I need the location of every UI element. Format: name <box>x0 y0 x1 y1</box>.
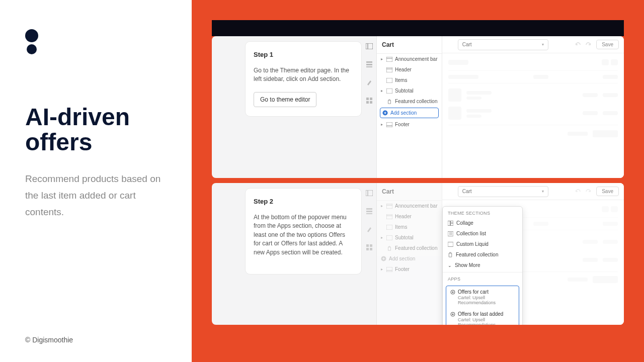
preview-pane: Cart ▾ Save <box>442 183 624 325</box>
popover-item-custom-liquid[interactable]: Custom Liquid <box>443 239 522 249</box>
step-card-1: Step 1 Go to the Theme editor page. In t… <box>245 41 362 117</box>
chevron-down-icon: ▾ <box>542 189 544 194</box>
chevron-right-icon: ▸ <box>381 122 384 127</box>
svg-rect-28 <box>370 248 372 250</box>
editor-left-toolbar <box>362 183 377 325</box>
section-label: Items <box>395 77 407 83</box>
section-item-announcement[interactable]: ▸ Announcement bar <box>377 201 442 211</box>
section-label: Header <box>395 67 412 72</box>
bag-icon <box>448 252 453 257</box>
svg-rect-3 <box>366 64 372 65</box>
preview-pane: Cart ▾ Save <box>442 36 624 178</box>
svg-rect-23 <box>366 211 372 212</box>
svg-rect-38 <box>386 267 392 272</box>
top-bar <box>212 20 624 36</box>
section-item-announcement[interactable]: ▸ Announcement bar <box>377 54 442 64</box>
list-icon <box>448 231 453 236</box>
editor-left-toolbar <box>362 36 377 178</box>
svg-rect-26 <box>370 244 372 247</box>
svg-point-50 <box>452 313 454 315</box>
section-item-featured[interactable]: Featured collection <box>377 96 442 107</box>
section-item-subtotal[interactable]: ▸ Subtotal <box>377 85 442 96</box>
go-to-theme-editor-button[interactable]: Go to theme editor <box>254 92 316 107</box>
brush-icon[interactable] <box>366 78 372 87</box>
popover-app-offers-last[interactable]: Offers for last added Cartel: Upsell Rec… <box>446 308 519 325</box>
svg-rect-14 <box>386 88 392 94</box>
section-label: Subtotal <box>395 88 414 94</box>
svg-rect-5 <box>366 98 369 100</box>
popover-item-collection-list[interactable]: Collection list <box>443 228 522 239</box>
chevron-down-icon: ▾ <box>542 42 544 47</box>
svg-rect-25 <box>366 244 369 247</box>
section-item-header[interactable]: Header <box>377 64 442 75</box>
add-section-button[interactable]: Add section <box>377 253 442 264</box>
page-subtitle: Recommend products based on the last ite… <box>25 170 167 221</box>
popover-item-collage[interactable]: Collage <box>443 218 522 228</box>
svg-rect-22 <box>366 208 372 210</box>
copyright-text: © Digismoothie <box>25 336 73 344</box>
add-section-label: Add section <box>390 110 417 116</box>
sidebar-toggle-icon[interactable] <box>366 42 373 51</box>
brand-logo <box>25 29 167 54</box>
section-item-header[interactable]: Header <box>377 211 442 222</box>
svg-rect-43 <box>448 231 453 236</box>
section-item-footer[interactable]: ▸ Footer <box>377 264 442 275</box>
undo-icon[interactable] <box>574 41 581 48</box>
section-item-items[interactable]: Items <box>377 75 442 85</box>
brush-icon[interactable] <box>366 225 372 234</box>
svg-rect-40 <box>448 221 450 225</box>
svg-rect-9 <box>386 57 392 62</box>
section-icon <box>386 88 392 94</box>
step-description: At the bottom of the popover menu from t… <box>254 213 353 257</box>
template-dropdown[interactable]: Cart ▾ <box>458 39 548 50</box>
svg-rect-33 <box>386 225 392 230</box>
popover-item-featured[interactable]: Featured collection <box>443 249 522 260</box>
app-icon <box>450 290 455 295</box>
add-section-button[interactable]: Add section <box>380 108 439 118</box>
sidebar-toggle-icon[interactable] <box>366 189 373 198</box>
popover-app-offers-cart[interactable]: Offers for cart Cartel: Upsell Recommend… <box>446 286 519 308</box>
svg-rect-7 <box>366 101 369 104</box>
section-item-subtotal[interactable]: ▸ Subtotal <box>377 232 442 243</box>
sections-panel: Cart ▸ Announcement bar Header <box>377 36 442 178</box>
svg-rect-8 <box>370 101 372 104</box>
plus-circle-icon <box>382 110 388 116</box>
apps-icon[interactable] <box>366 97 372 106</box>
svg-rect-13 <box>386 78 392 83</box>
section-item-footer[interactable]: ▸ Footer <box>377 119 442 130</box>
apps-icon[interactable] <box>366 243 372 252</box>
svg-rect-46 <box>448 242 453 246</box>
sections-icon[interactable] <box>366 207 372 216</box>
logo-dot-icon <box>27 44 37 54</box>
chevron-right-icon: ▸ <box>381 88 384 93</box>
add-section-popover: THEME SECTIONS Collage Collection list <box>442 206 523 325</box>
svg-rect-42 <box>451 223 454 226</box>
section-icon <box>386 122 392 127</box>
redo-icon[interactable] <box>585 41 592 48</box>
template-dropdown[interactable]: Cart ▾ <box>458 186 548 197</box>
sections-icon[interactable] <box>366 60 372 69</box>
svg-rect-34 <box>386 235 392 240</box>
svg-rect-29 <box>386 204 392 209</box>
section-item-items[interactable]: Items <box>377 222 442 232</box>
left-column: AI-driven offers Recommend products base… <box>0 0 192 362</box>
dropdown-value: Cart <box>462 42 472 47</box>
dropdown-value: Cart <box>462 189 472 194</box>
step-card-2: Step 2 At the bottom of the popover menu… <box>245 188 362 275</box>
undo-icon[interactable] <box>574 188 581 195</box>
redo-icon[interactable] <box>585 188 592 195</box>
save-button[interactable]: Save <box>596 40 619 49</box>
step-title: Step 1 <box>254 51 353 58</box>
svg-rect-18 <box>386 122 392 127</box>
section-item-featured[interactable]: Featured collection <box>377 243 442 253</box>
popover-show-more[interactable]: ⌄ Show More <box>443 260 522 273</box>
svg-point-48 <box>452 291 454 293</box>
svg-rect-11 <box>386 67 392 72</box>
section-icon <box>386 67 392 72</box>
app-subtitle: Cartel: Upsell Recommendations <box>458 317 515 325</box>
section-icon <box>386 57 392 62</box>
svg-rect-0 <box>366 43 373 49</box>
save-button[interactable]: Save <box>596 187 619 196</box>
sections-panel-title: Cart <box>377 36 442 54</box>
collage-icon <box>448 221 453 226</box>
